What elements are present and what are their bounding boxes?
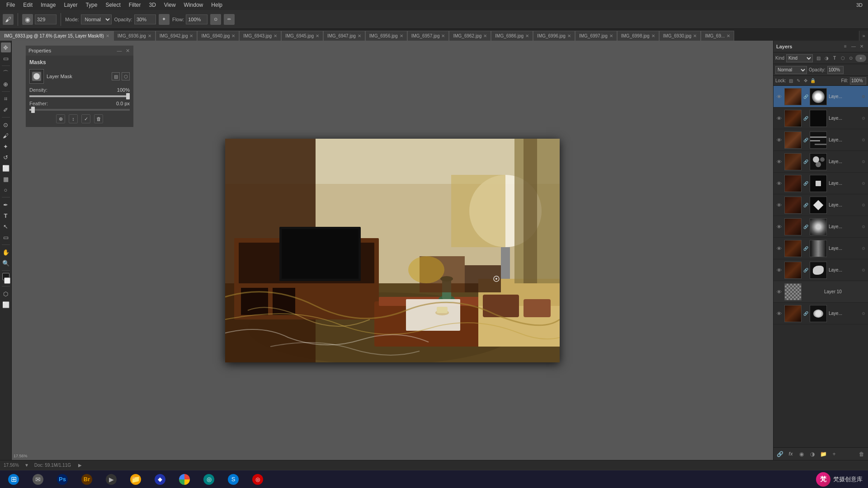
tool-eraser[interactable]: ⬜: [1, 163, 11, 173]
tab-close-13[interactable]: ✕: [651, 33, 655, 38]
tab-close-active[interactable]: ✕: [106, 33, 109, 38]
filter-smart-icon[interactable]: ⊙: [847, 55, 854, 62]
opacity-value-input[interactable]: [827, 66, 844, 74]
tab-1[interactable]: IMG_6936.jpg ✕: [113, 31, 156, 41]
apply-mask-button[interactable]: ✓: [81, 114, 90, 123]
delete-layer-icon[interactable]: 🗑: [857, 450, 866, 459]
tool-lasso[interactable]: ⌒: [1, 68, 11, 78]
tab-close-4[interactable]: ✕: [274, 33, 277, 38]
taskbar-app1[interactable]: ◆: [148, 471, 172, 488]
tab-close-8[interactable]: ✕: [441, 33, 445, 38]
tab-close-14[interactable]: ✕: [693, 33, 697, 38]
delete-mask-button[interactable]: 🗑: [94, 114, 103, 123]
layer-item-8[interactable]: 👁 🔗 Laye... ⚙: [774, 259, 868, 281]
invert-mask-button[interactable]: ↕: [69, 114, 78, 123]
taskbar-start[interactable]: ⊞: [2, 471, 25, 488]
tab-12[interactable]: IMG_6997.jpg ✕: [575, 31, 617, 41]
lock-pixels-icon[interactable]: ✎: [795, 78, 802, 84]
tool-quick-mask[interactable]: ⬡: [1, 289, 11, 299]
tab-8[interactable]: IMG_6957.jpg ✕: [407, 31, 449, 41]
menu-help[interactable]: Help: [208, 1, 226, 9]
layer-item-5[interactable]: 👁 🔗 Laye... ⚙: [774, 194, 868, 216]
layer-item-0[interactable]: 👁 🔗 Laye... ⚙: [774, 86, 868, 108]
layer-eye-9[interactable]: 👁: [775, 288, 783, 296]
feather-slider-handle[interactable]: [31, 107, 35, 113]
filter-pixel-icon[interactable]: ▨: [815, 55, 822, 62]
opacity-input[interactable]: [134, 14, 156, 24]
menu-select[interactable]: Select: [102, 1, 124, 9]
tool-clone[interactable]: ✦: [1, 141, 11, 151]
lock-all-icon[interactable]: 🔒: [810, 78, 816, 84]
menu-image[interactable]: Image: [37, 1, 59, 9]
filter-shape-icon[interactable]: ⬡: [839, 55, 846, 62]
tool-zoom[interactable]: 🔍: [1, 258, 11, 268]
tab-3[interactable]: IMG_6940.jpg ✕: [197, 31, 239, 41]
pixel-mask-icon[interactable]: ▨: [112, 72, 120, 80]
layer-eye-5[interactable]: 👁: [775, 202, 783, 209]
blend-mode-select[interactable]: Normal Multiply Screen Overlay: [775, 66, 807, 74]
tab-4[interactable]: IMG_6943.jpg ✕: [239, 31, 281, 41]
fx-icon[interactable]: fx: [786, 450, 795, 459]
panel-close[interactable]: ✕: [124, 47, 131, 54]
zoom-dropdown[interactable]: ▼: [24, 463, 29, 468]
tool-eyedropper[interactable]: ✐: [1, 105, 11, 115]
taskbar-skype[interactable]: S: [222, 471, 245, 488]
tab-14[interactable]: IMG_6930.jpg ✕: [659, 31, 701, 41]
group-icon[interactable]: 📁: [819, 450, 828, 459]
mode-select[interactable]: Normal Multiply Screen: [81, 14, 112, 24]
layers-panel-close[interactable]: ✕: [858, 43, 865, 50]
filter-toggle[interactable]: ●: [855, 55, 866, 62]
tab-overflow-arrow[interactable]: »: [859, 31, 868, 41]
fill-value-input[interactable]: [850, 77, 866, 84]
brush-size-input[interactable]: [35, 14, 57, 24]
density-slider-container[interactable]: [29, 95, 130, 97]
airbrush-icon[interactable]: ✦: [159, 14, 170, 25]
lock-position-icon[interactable]: ✥: [802, 78, 809, 84]
layer-item-9[interactable]: 👁 Layer 10: [774, 281, 868, 303]
smoothing-icon[interactable]: ⊙: [210, 14, 221, 25]
new-layer-icon[interactable]: +: [830, 450, 839, 459]
layers-panel-menu[interactable]: ≡: [842, 43, 849, 50]
tab-9[interactable]: IMG_6962.jpg ✕: [449, 31, 491, 41]
pen-pressure-icon[interactable]: ✏: [224, 14, 235, 25]
menu-file[interactable]: File: [3, 1, 19, 9]
density-slider-handle[interactable]: [126, 93, 130, 99]
menu-layer[interactable]: Layer: [60, 1, 81, 9]
layer-eye-1[interactable]: 👁: [775, 115, 783, 122]
adjustment-icon[interactable]: ◑: [808, 450, 817, 459]
vector-mask-icon[interactable]: ⬡: [122, 72, 130, 80]
lock-transparent-icon[interactable]: ▨: [788, 78, 794, 84]
tab-13[interactable]: IMG_6998.jpg ✕: [617, 31, 659, 41]
layer-eye-0[interactable]: 👁: [775, 93, 783, 100]
menu-window[interactable]: Window: [180, 1, 207, 9]
tab-close-1[interactable]: ✕: [148, 33, 151, 38]
tab-10[interactable]: IMG_6986.jpg ✕: [491, 31, 533, 41]
tab-6[interactable]: IMG_6947.jpg ✕: [323, 31, 365, 41]
tool-spot-heal[interactable]: ⊙: [1, 120, 11, 130]
layers-panel-collapse[interactable]: —: [850, 43, 857, 50]
layer-item-7[interactable]: 👁 🔗 Laye... ⚙: [774, 238, 868, 259]
layer-item-2[interactable]: 👁 🔗 Laye... ⚙: [774, 129, 868, 151]
filter-adjust-icon[interactable]: ◑: [823, 55, 830, 62]
tool-shape[interactable]: ▭: [1, 232, 11, 242]
tab-close-7[interactable]: ✕: [400, 33, 403, 38]
feather-slider[interactable]: [29, 109, 130, 111]
taskbar-bridge[interactable]: Br: [75, 471, 99, 488]
link-layers-icon[interactable]: 🔗: [775, 450, 784, 459]
tool-brush[interactable]: 🖌: [1, 131, 11, 141]
tab-close-11[interactable]: ✕: [567, 33, 571, 38]
tab-close-3[interactable]: ✕: [231, 33, 235, 38]
tab-close-6[interactable]: ✕: [358, 33, 361, 38]
tab-11[interactable]: IMG_6996.jpg ✕: [533, 31, 575, 41]
tab-close-10[interactable]: ✕: [525, 33, 529, 38]
menu-3d[interactable]: 3D: [145, 1, 159, 9]
brush-tool-icon[interactable]: 🖌: [3, 14, 14, 25]
layer-eye-8[interactable]: 👁: [775, 267, 783, 274]
layer-item-10[interactable]: 👁 🔗 Laye... ⚙: [774, 303, 868, 324]
menu-edit[interactable]: Edit: [19, 1, 36, 9]
tab-close-15[interactable]: ✕: [726, 33, 730, 38]
taskbar-media[interactable]: ▶: [99, 471, 123, 488]
taskbar-network[interactable]: ◎: [197, 471, 221, 488]
canvas-area[interactable]: Properties — ✕ Masks Layer M: [12, 41, 773, 460]
tool-select-rect[interactable]: ▭: [1, 53, 11, 63]
